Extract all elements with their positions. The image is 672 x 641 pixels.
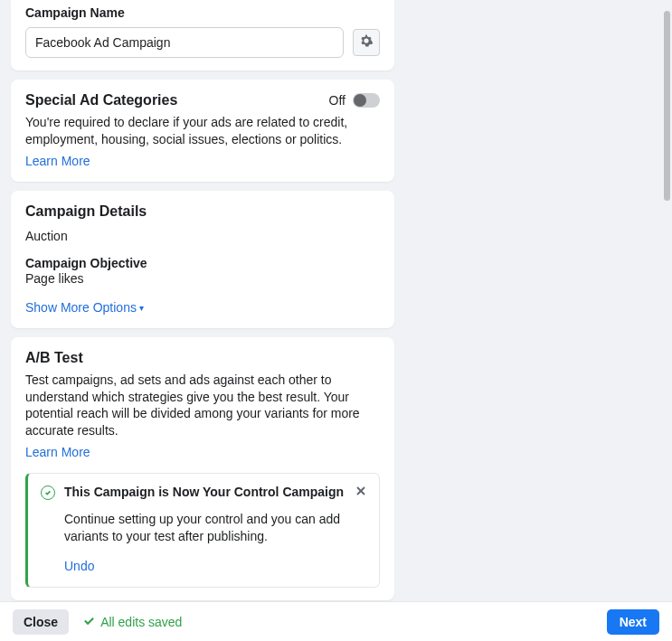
notice-undo-link[interactable]: Undo [64, 559, 94, 573]
buying-type-value: Auction [25, 229, 380, 243]
close-button[interactable]: Close [13, 609, 69, 635]
campaign-name-card: Campaign Name [11, 0, 394, 71]
control-campaign-notice: This Campaign is Now Your Control Campai… [25, 473, 380, 588]
save-status-text: All edits saved [100, 615, 182, 629]
ab-test-learn-more-link[interactable]: Learn More [25, 445, 90, 459]
campaign-name-label: Campaign Name [25, 5, 380, 20]
special-ad-toggle[interactable] [353, 93, 380, 108]
campaign-settings-panel: Campaign Name Special Ad Categories Off … [0, 0, 662, 601]
notice-body: Continue setting up your control and you… [64, 511, 366, 545]
campaign-objective-label: Campaign Objective [25, 256, 380, 270]
check-icon [83, 615, 95, 629]
ab-test-description: Test campaigns, ad sets and ads against … [25, 372, 380, 440]
ab-test-card: A/B Test Test campaigns, ad sets and ads… [11, 337, 394, 600]
footer-bar: Close All edits saved Next [0, 601, 672, 641]
campaign-objective-value: Page likes [25, 270, 380, 288]
special-ad-toggle-label: Off [329, 93, 345, 108]
save-status: All edits saved [83, 615, 182, 629]
check-circle-icon [41, 485, 55, 500]
ab-test-title: A/B Test [25, 350, 380, 366]
special-ad-description: You're required to declare if your ads a… [25, 114, 380, 148]
campaign-details-title: Campaign Details [25, 203, 380, 220]
show-more-options-link[interactable]: Show More Options [25, 300, 144, 315]
special-ad-categories-title: Special Ad Categories [25, 92, 177, 108]
next-button[interactable]: Next [607, 609, 659, 635]
special-ad-learn-more-link[interactable]: Learn More [25, 154, 90, 168]
notice-title: This Campaign is Now Your Control Campai… [64, 485, 344, 499]
close-icon [355, 484, 366, 500]
notice-close-button[interactable] [352, 483, 370, 501]
campaign-name-input[interactable] [25, 27, 344, 58]
campaign-name-settings-button[interactable] [353, 29, 380, 56]
gear-icon [360, 34, 373, 51]
special-ad-categories-card: Special Ad Categories Off You're require… [11, 80, 394, 182]
vertical-scrollbar[interactable] [664, 11, 670, 201]
campaign-details-card: Campaign Details Auction Campaign Object… [11, 191, 394, 328]
